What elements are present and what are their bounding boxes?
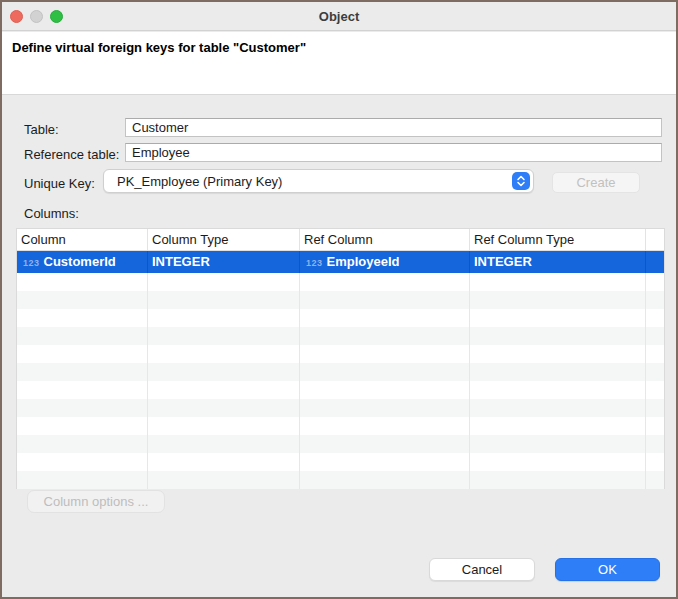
table-empty-row: [17, 327, 664, 345]
table-empty-row: [17, 291, 664, 309]
table-empty-row: [17, 363, 664, 381]
table-empty-row: [17, 453, 664, 471]
column-type-header[interactable]: Column Type: [148, 229, 300, 250]
ref-column-type-cell: INTEGER: [470, 251, 646, 273]
column-type-cell: INTEGER: [148, 251, 300, 273]
unique-key-value: PK_Employee (Primary Key): [104, 174, 512, 189]
table-empty-row: [17, 471, 664, 489]
chevron-up-down-icon: [512, 172, 530, 190]
table-empty-rows: [17, 273, 664, 489]
reference-table-input[interactable]: [125, 143, 662, 162]
dialog-description: Define virtual foreign keys for table "C…: [12, 40, 306, 55]
reference-table-label: Reference table:: [24, 147, 119, 162]
table-empty-row: [17, 399, 664, 417]
table-label: Table:: [24, 122, 59, 137]
unique-key-select[interactable]: PK_Employee (Primary Key): [103, 169, 534, 193]
table-empty-row: [17, 435, 664, 453]
table-empty-row: [17, 417, 664, 435]
cancel-button[interactable]: Cancel: [429, 558, 535, 581]
ref-column-header[interactable]: Ref Column: [300, 229, 470, 250]
column-cell: CustomerId: [44, 254, 116, 269]
header-panel: Define virtual foreign keys for table "C…: [2, 32, 676, 95]
numeric-type-icon: 123: [306, 258, 323, 268]
table-empty-row: [17, 381, 664, 399]
unique-key-label: Unique Key:: [24, 176, 95, 191]
column-header[interactable]: Column: [17, 229, 148, 250]
table-input[interactable]: [125, 118, 662, 137]
columns-label: Columns:: [24, 206, 79, 221]
table-header-row: Column Column Type Ref Column Ref Column…: [17, 229, 664, 251]
table-row-selected[interactable]: 123CustomerId INTEGER 123EmployeeId INTE…: [17, 251, 664, 273]
object-dialog-window: Object Define virtual foreign keys for t…: [0, 0, 678, 599]
numeric-type-icon: 123: [23, 258, 40, 268]
window-title: Object: [2, 2, 676, 31]
ref-column-type-header[interactable]: Ref Column Type: [470, 229, 646, 250]
ref-column-cell: EmployeeId: [327, 254, 400, 269]
titlebar: Object: [2, 2, 676, 31]
column-options-button[interactable]: Column options ...: [27, 490, 165, 513]
table-empty-row: [17, 309, 664, 327]
table-empty-row: [17, 345, 664, 363]
columns-table: Column Column Type Ref Column Ref Column…: [16, 228, 665, 489]
ok-button[interactable]: OK: [555, 558, 660, 581]
table-empty-row: [17, 273, 664, 291]
create-button[interactable]: Create: [552, 172, 640, 193]
